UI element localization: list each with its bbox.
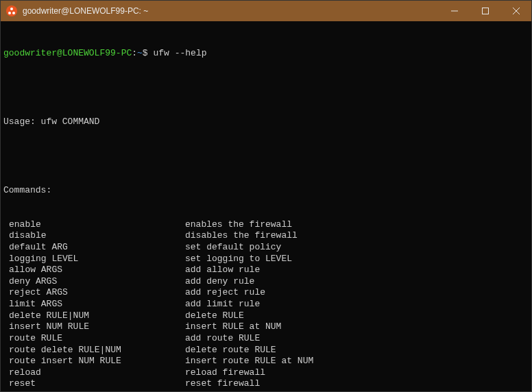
command-description: set default policy [185,242,281,254]
command-row: delete RULE|NUMdelete RULE [3,310,529,322]
command-row: disabledisables the firewall [3,230,529,242]
command-description: delete RULE [185,310,244,322]
blank-line [3,151,529,162]
command-description: add route RULE [185,333,260,345]
prompt-colon: : [132,48,137,58]
command-description: reload firewall [185,367,265,379]
window-title: goodwriter@LONEWOLF99-PC: ~ [23,6,439,16]
command-name: allow ARGS [3,265,185,276]
command-name: route delete RULE|NUM [3,345,185,356]
minimize-button[interactable] [439,1,470,21]
command-description: insert RULE at NUM [185,321,281,333]
minimize-icon [451,8,458,14]
command-description: add allow rule [185,265,260,276]
command-name: status [3,390,185,391]
terminal-body[interactable]: goodwriter@LONEWOLF99-PC:~$ ufw --help U… [1,21,531,391]
window-controls [439,1,531,21]
command-name: insert NUM RULE [3,321,185,333]
command-name: reset [3,378,185,390]
command-row: resetreset firewall [3,378,529,390]
blank-line [3,82,529,94]
command-description: insert route RULE at NUM [185,356,313,367]
command-row: reject ARGSadd reject rule [3,287,529,299]
command-description: reset firewall [185,378,260,390]
command-row: route delete RULE|NUMdelete route RULE [3,345,529,356]
titlebar[interactable]: goodwriter@LONEWOLF99-PC: ~ [1,1,531,21]
command-name: logging LEVEL [3,254,185,265]
command-row: insert NUM RULEinsert RULE at NUM [3,321,529,333]
command-description: enables the firewall [185,219,292,231]
prompt-path: ~ [137,48,143,58]
command-row: route RULEadd route RULE [3,333,529,345]
command-row: statusshow firewall status [3,390,529,391]
terminal-window: goodwriter@LONEWOLF99-PC: ~ goodwriter@L… [0,0,532,392]
maximize-icon [482,8,489,14]
command-name: deny ARGS [3,276,185,288]
command-row: logging LEVELset logging to LEVEL [3,254,529,265]
command-row: enableenables the firewall [3,219,529,231]
usage-line: Usage: ufw COMMAND [3,117,529,128]
close-icon [513,8,520,14]
command-description: delete route RULE [185,345,276,356]
command-description: show firewall status [185,390,292,391]
prompt-line: goodwriter@LONEWOLF99-PC:~$ ufw --help [3,48,529,60]
command-row: route insert NUM RULEinsert route RULE a… [3,356,529,367]
prompt-user-host: goodwriter@LONEWOLF99-PC [3,48,132,58]
typed-command: ufw --help [153,48,206,58]
commands-header: Commands: [3,185,529,197]
commands-list: enableenables the firewalldisabledisable… [3,219,529,391]
prompt-dollar: $ [143,48,148,58]
command-name: limit ARGS [3,299,185,310]
command-description: add deny rule [185,276,254,288]
command-description: add reject rule [185,287,265,299]
close-button[interactable] [500,1,531,21]
command-name: default ARG [3,242,185,254]
command-row: limit ARGSadd limit rule [3,299,529,310]
ubuntu-icon [6,5,17,16]
command-description: set logging to LEVEL [185,254,292,265]
command-name: reload [3,367,185,379]
command-name: enable [3,219,185,231]
command-description: add limit rule [185,299,260,310]
command-name: route insert NUM RULE [3,356,185,367]
command-row: allow ARGSadd allow rule [3,265,529,276]
svg-rect-1 [482,8,488,14]
command-name: route RULE [3,333,185,345]
command-row: deny ARGSadd deny rule [3,276,529,288]
command-row: reloadreload firewall [3,367,529,379]
command-description: disables the firewall [185,230,298,242]
command-name: reject ARGS [3,287,185,299]
command-row: default ARGset default policy [3,242,529,254]
maximize-button[interactable] [470,1,500,21]
command-name: delete RULE|NUM [3,310,185,322]
command-name: disable [3,230,185,242]
